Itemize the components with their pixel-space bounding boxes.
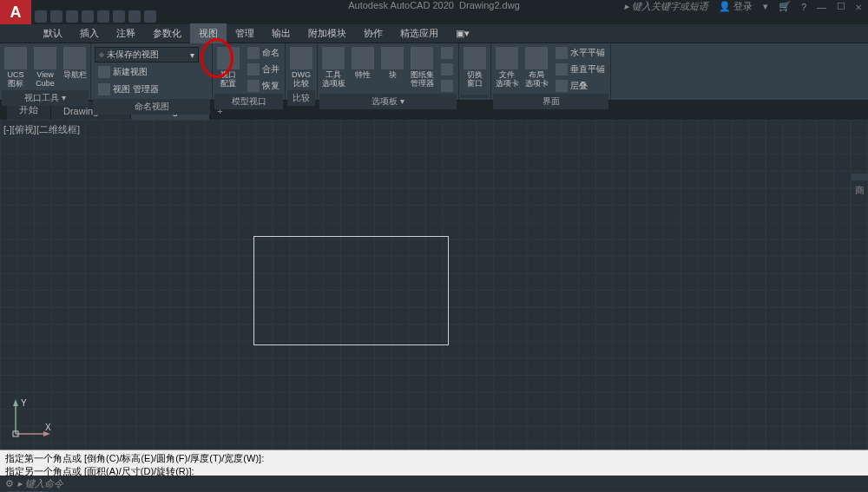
new-view-button[interactable]: 新建视图 [95,64,151,80]
svg-marker-2 [13,399,18,406]
app-exchange-icon[interactable]: ▾ [763,1,768,12]
qat-undo-icon[interactable] [113,10,125,23]
new-view-icon [98,66,110,78]
menubar: 默认 插入 注释 参数化 视图 管理 输出 附加模块 协作 精选应用 ▣▾ [0,24,868,43]
qat-saveas-icon[interactable] [82,10,94,23]
horiz-tile-button[interactable]: 水平平铺 [552,45,608,61]
drawing-area[interactable]: [-][俯视][二维线框] 商 Y X [0,120,868,449]
sheetset-icon [411,47,433,69]
search-hint[interactable]: ▸ 键入关键字或短语 [624,0,708,13]
viewport-merge-button[interactable]: 合并 [244,62,283,77]
menu-manage[interactable]: 管理 [227,23,263,43]
menu-default[interactable]: 默认 [35,23,71,43]
group-palettes-label: 选项板 ▾ [319,94,457,109]
command-line-1: 指定第一个角点或 [倒角(C)/标高(E)/圆角(F)/厚度(T)/宽度(W)]… [5,452,863,465]
horiz-tile-icon [556,47,568,59]
palette-extra1-icon [441,47,453,59]
menu-parametric[interactable]: 参数化 [144,23,190,43]
blocks-icon [381,47,404,69]
palette-extra2-icon [441,63,453,75]
qat-plot-icon[interactable] [97,10,109,23]
tool-palette-icon [322,47,345,69]
group-named-views-label: 命名视图 [93,99,210,115]
cart-icon[interactable]: 🛒 [779,1,791,12]
switch-window-icon [464,47,486,69]
login-button[interactable]: 👤 登录 [719,0,753,13]
merge-icon [247,63,260,75]
cascade-icon [556,80,568,92]
viewcube-button[interactable]: ViewCube [31,45,59,90]
ucs-axis-icon: Y X [9,397,52,441]
switch-window-button[interactable]: 切换窗口 [461,45,489,90]
side-label: 商 [852,174,868,180]
layout-tabs-button[interactable]: 布局选项卡 [523,45,550,90]
restore-icon [247,80,260,92]
viewport-config-icon [217,47,240,69]
cascade-button[interactable]: 层叠 [552,78,608,94]
view-dropdown[interactable]: ⟐ 未保存的视图▾ [95,47,199,62]
group-interface-label: 界面 [493,94,608,109]
dwg-compare-button[interactable]: DWG比较 [287,45,315,90]
ucs-button[interactable]: UCS图标 [2,45,30,90]
palette-extra2-button[interactable] [437,62,457,77]
qat-save-icon[interactable] [66,10,78,23]
title-text: Autodesk AutoCAD 2020 Drawing2.dwg [348,0,520,10]
drawn-rectangle[interactable] [253,236,449,345]
vert-tile-icon [556,63,568,75]
group-compare-label: 比较 [287,90,315,106]
properties-button[interactable]: 特性 [349,45,377,82]
file-tabs-button[interactable]: 文件选项卡 [493,45,521,90]
name-icon [247,47,260,59]
navbar-button[interactable]: 导航栏 [61,45,89,82]
viewport-restore-button[interactable]: 恢复 [244,78,283,94]
dwg-compare-icon [290,47,312,69]
svg-text:X: X [45,423,51,432]
vert-tile-button[interactable]: 垂直平铺 [552,62,608,77]
close-button[interactable]: ⨉ [856,1,861,12]
command-prompt-icon: ⚙ [5,478,14,489]
qat-new-icon[interactable] [35,10,47,23]
group-switch-label [461,95,489,98]
ucs-icon [4,47,27,69]
menu-output[interactable]: 输出 [263,23,299,43]
tool-palette-button[interactable]: 工具选项板 [319,45,347,90]
viewport-name-button[interactable]: 命名 [244,45,283,61]
menu-addins[interactable]: 附加模块 [299,23,355,43]
svg-text:Y: Y [21,398,27,408]
viewport-config-button[interactable]: 视口配置 [214,45,242,90]
menu-insert[interactable]: 插入 [71,23,108,43]
ribbon: UCS图标 ViewCube 导航栏 视口工具 ▾ ⟐ 未保存的视图▾ 新建视图… [0,43,868,101]
blocks-button[interactable]: 块 [378,45,406,82]
menu-collab[interactable]: 协作 [355,23,391,43]
qat-redo-icon[interactable] [128,10,141,23]
file-tabs-icon [496,47,518,69]
sheetset-button[interactable]: 图纸集管理器 [408,45,436,90]
palette-extra3-icon [441,80,453,92]
viewcube-icon [34,47,56,69]
qat-more-icon[interactable] [144,10,156,23]
view-manager-icon [98,83,110,95]
menu-featured[interactable]: 精选应用 [391,23,447,43]
help-icon[interactable]: ? [801,2,806,12]
menu-view[interactable]: 视图 [190,23,227,43]
qat-open-icon[interactable] [50,10,62,23]
maximize-button[interactable]: ☐ [837,1,845,12]
minimize-button[interactable]: — [817,2,826,12]
menu-more-icon[interactable]: ▣▾ [447,24,478,43]
palette-extra3-button[interactable] [437,78,457,94]
viewport-label[interactable]: [-][俯视][二维线框] [3,123,80,136]
navbar-icon [63,47,86,69]
view-manager-button[interactable]: 视图 管理器 [95,82,162,97]
app-logo[interactable]: A [0,0,31,24]
command-history: 指定第一个角点或 [倒角(C)/标高(E)/圆角(F)/厚度(T)/宽度(W)]… [0,449,868,476]
group-model-viewports-label: 模型视口 [214,94,283,109]
properties-icon [352,47,374,69]
palette-extra1-button[interactable] [437,45,457,61]
menu-annotate[interactable]: 注释 [108,23,144,43]
group-viewport-tools-label: 视口工具 ▾ [2,90,89,106]
layout-tabs-icon [525,47,548,69]
